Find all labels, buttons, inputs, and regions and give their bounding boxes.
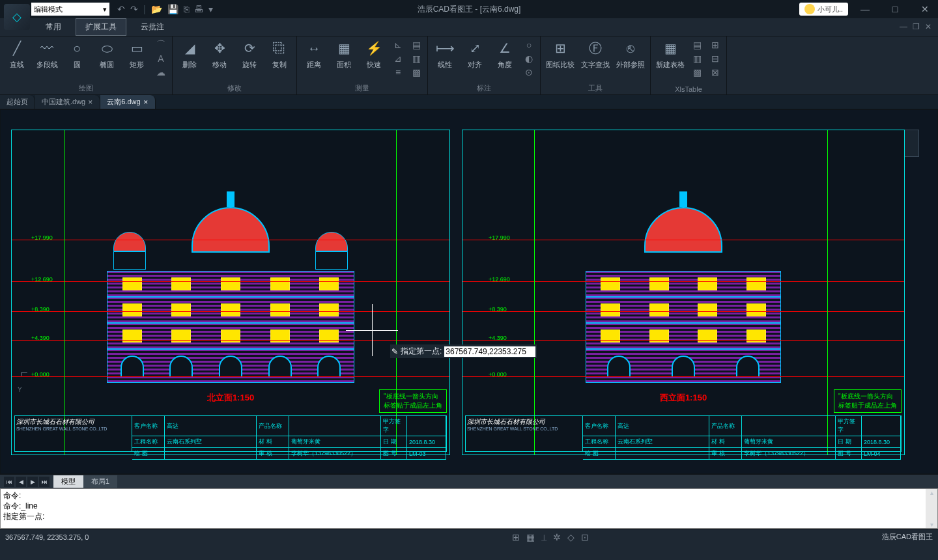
nav-last-icon[interactable]: ⏭ [39,477,50,487]
open-icon[interactable]: 📂 [151,4,162,14]
rotate-icon: ⟳ [240,39,259,57]
area-icon: ▦ [335,39,353,57]
findtext-icon: Ⓕ [586,39,604,57]
command-history: 命令: 命令:_line 指定第一点: [1,489,926,528]
tbl-ext3-icon[interactable]: ▩ [691,66,703,78]
tbl-ext6-icon[interactable]: ⊠ [709,66,721,78]
tool-move[interactable]: ✥移动 [208,39,231,70]
model-tab[interactable]: 模型 [53,475,83,488]
close-button[interactable]: ✕ [912,0,938,18]
polar-icon[interactable]: ✲ [553,532,561,542]
more-icon[interactable]: ▾ [208,4,213,14]
tool-aligned[interactable]: ⤢对齐 [463,39,487,70]
menu-cloud[interactable]: 云批注 [132,19,173,35]
doc-minimize-icon[interactable]: — [900,22,907,31]
cmd-line: 命令:_line [3,501,923,511]
measure-ext5-icon[interactable]: ▥ [410,53,422,64]
dyn-input-field[interactable] [444,346,535,357]
saveas-icon[interactable]: ⎘ [184,4,189,14]
tblock-cell: 李树华（13798330522） [289,448,381,460]
copy-icon: ⿻ [270,39,289,57]
close-icon[interactable]: ✕ [143,99,149,105]
ann-ext1-icon[interactable]: ○ [523,39,535,51]
measure-ext3-icon[interactable]: ≡ [392,66,404,78]
tbl-ext1-icon[interactable]: ▤ [691,39,703,51]
tool-ellipse[interactable]: ⬭椭圆 [95,39,119,70]
tool-compare[interactable]: ⊞图纸比较 [546,39,575,70]
ortho-icon[interactable]: ⟂ [541,532,547,542]
app-logo[interactable] [4,4,30,30]
layout-tab[interactable]: 布局1 [83,475,117,488]
command-area[interactable]: 命令: 命令:_line 指定第一点: ▴▾ [0,488,938,529]
mode-select[interactable]: 编辑模式 ▾ [31,3,109,16]
note-box: "板底线一箭头方向 标签贴于成品左上角 [379,389,447,413]
tool-quick[interactable]: ⚡快速 [362,39,386,70]
tool-line[interactable]: ╱直线 [5,39,29,70]
user-chip[interactable]: 小可儿.. [799,3,848,16]
close-icon[interactable]: ✕ [88,99,93,105]
elev-label: +12.690 [31,276,53,283]
tool-area[interactable]: ▦面积 [332,39,356,70]
group-label-measure: 测量 [302,83,422,93]
redo-icon[interactable]: ↷ [130,4,138,14]
tool-rotate[interactable]: ⟳旋转 [238,39,261,70]
elev-label: +17.990 [31,234,53,241]
rect-icon: ▭ [128,39,146,57]
menu-extend[interactable]: 扩展工具 [76,18,126,36]
tab-start[interactable]: 起始页 [0,95,35,109]
ann-ext2-icon[interactable]: ◐ [523,53,535,64]
tool-newtable[interactable]: ▦新建表格 [656,39,685,70]
doc-restore-icon[interactable]: ❐ [913,22,920,31]
osnap-icon[interactable]: ◇ [567,532,575,542]
tbl-ext5-icon[interactable]: ⊟ [709,53,721,64]
tab-yunnan[interactable]: 云南6.dwg✕ [100,95,155,109]
xref-icon: ⎋ [621,39,640,57]
tool-polyline[interactable]: 〰多段线 [35,39,59,70]
tool-copy[interactable]: ⿻复制 [268,39,291,70]
cloud-icon[interactable]: ☁ [155,66,167,78]
tblock-cell: 图 号 [381,448,407,460]
ann-ext3-icon[interactable]: ⊙ [523,66,535,78]
tbl-ext4-icon[interactable]: ⊞ [709,39,721,51]
elev-label: +12.690 [489,276,510,283]
tool-xref[interactable]: ⎋外部参照 [616,39,645,70]
menu-common[interactable]: 常用 [36,19,70,35]
tool-rect[interactable]: ▭矩形 [125,39,149,70]
tool-findtext[interactable]: Ⓕ文字查找 [581,39,610,70]
cmd-scrollbar[interactable]: ▴▾ [926,489,937,528]
tbl-ext2-icon[interactable]: ▥ [691,53,703,64]
mode-select-value: 编辑模式 [34,5,63,14]
viewport-north-elevation[interactable]: +17.990 +12.690 +8.390 +4.390 +0.000 北立面… [11,130,450,455]
measure-ext1-icon[interactable]: ⊾ [392,39,404,51]
minimize-button[interactable]: — [852,0,878,18]
tool-delete[interactable]: ◢删除 [178,39,201,70]
tblock-cell: LM-04 [862,448,901,460]
save-icon[interactable]: 💾 [167,4,178,14]
otrack-icon[interactable]: ⊡ [581,532,589,542]
tool-distance[interactable]: ↔距离 [302,39,326,70]
tool-circle[interactable]: ○圆 [65,39,89,70]
measure-ext4-icon[interactable]: ▤ [410,39,422,51]
tblock-cell [862,416,901,436]
grid-icon[interactable]: ▦ [526,532,535,542]
menu-bar: 常用 扩展工具 云批注 — ❐ ✕ [0,18,938,36]
tab-china[interactable]: 中国建筑.dwg✕ [35,95,100,109]
maximize-button[interactable]: □ [882,0,908,18]
nav-next-icon[interactable]: ▶ [27,477,38,487]
drawing-canvas[interactable]: +17.990 +12.690 +8.390 +4.390 +0.000 北立面… [0,109,938,474]
tool-angle[interactable]: ∠角度 [493,39,517,70]
nav-prev-icon[interactable]: ◀ [16,477,26,487]
text-icon[interactable]: A [155,53,167,64]
viewport-west-elevation[interactable]: +17.990 +12.690 +8.390 +4.390 +0.000 西立面… [462,130,905,455]
arc-icon[interactable]: ⌒ [155,39,167,51]
nav-first-icon[interactable]: ⏮ [4,477,14,487]
elev-label: +4.390 [31,335,50,341]
undo-icon[interactable]: ↶ [117,4,125,14]
tblock-cell [289,416,381,436]
doc-close-icon[interactable]: ✕ [925,22,931,31]
measure-ext2-icon[interactable]: ⊿ [392,53,404,64]
snap-icon[interactable]: ⊞ [512,532,520,542]
tool-linear[interactable]: ⟼线性 [433,39,457,70]
measure-ext6-icon[interactable]: ▩ [410,66,422,78]
print-icon[interactable]: 🖶 [194,4,203,14]
